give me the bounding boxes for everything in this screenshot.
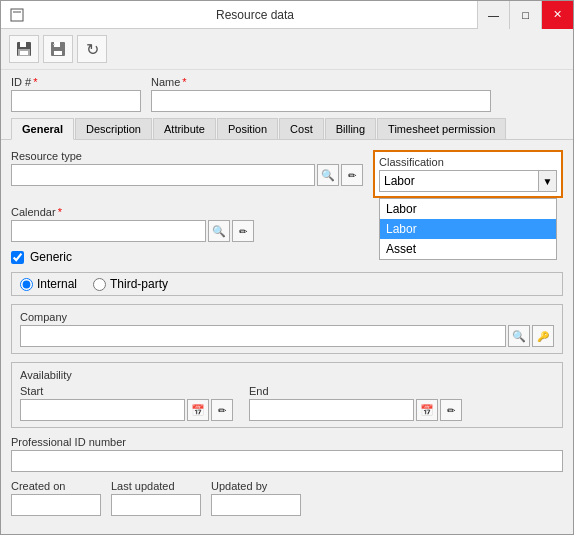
edit-icon-2: ✏: [239, 226, 247, 237]
classification-input[interactable]: [379, 170, 539, 192]
save-button[interactable]: [9, 35, 39, 63]
end-date-input[interactable]: [249, 399, 414, 421]
prof-id-input[interactable]: [11, 450, 563, 472]
calendar-edit-button[interactable]: ✏: [232, 220, 254, 242]
internal-radio-row: Internal: [20, 277, 77, 291]
resource-type-search-button[interactable]: 🔍: [317, 164, 339, 186]
tab-description[interactable]: Description: [75, 118, 152, 139]
save-as-icon: [49, 40, 67, 58]
third-party-label: Third-party: [110, 277, 168, 291]
start-date-input[interactable]: [20, 399, 185, 421]
end-edit-button[interactable]: ✏: [440, 399, 462, 421]
key-icon: 🔑: [537, 331, 549, 342]
start-date-field: Start 📅 ✏: [20, 385, 233, 421]
start-edit-icon: ✏: [218, 405, 226, 416]
last-updated-input[interactable]: [111, 494, 201, 516]
calendar-input[interactable]: [11, 220, 206, 242]
company-input[interactable]: [20, 325, 506, 347]
svg-rect-10: [53, 44, 55, 45]
main-content: Resource type 🔍 ✏ Classification ▼: [1, 140, 573, 534]
save-icon: [15, 40, 33, 58]
classification-label: Classification: [379, 156, 557, 168]
prof-id-label: Professional ID number: [11, 436, 563, 448]
last-updated-field: Last updated: [111, 480, 201, 516]
calendar-required-star: *: [58, 206, 62, 218]
id-input[interactable]: [11, 90, 141, 112]
tab-position[interactable]: Position: [217, 118, 278, 139]
toolbar: ↻: [1, 29, 573, 70]
name-input[interactable]: [151, 90, 491, 112]
tab-general[interactable]: General: [11, 118, 74, 140]
classification-arrow-button[interactable]: ▼: [539, 170, 557, 192]
radio-group: Internal Third-party: [11, 272, 563, 296]
search-icon: 🔍: [321, 169, 335, 182]
bottom-row: Created on Last updated Updated by: [11, 480, 563, 516]
classification-option-labor[interactable]: Labor: [380, 199, 556, 219]
date-row: Start 📅 ✏ End: [20, 385, 554, 421]
availability-group: Availability Start 📅 ✏ End: [11, 362, 563, 428]
third-party-radio-row: Third-party: [93, 277, 168, 291]
name-field-group: Name *: [151, 76, 491, 112]
app-icon: [10, 8, 24, 22]
created-on-input[interactable]: [11, 494, 101, 516]
end-label: End: [249, 385, 462, 397]
main-window: Resource data — □ ✕ ↻: [0, 0, 574, 535]
company-input-row: 🔍 🔑: [20, 325, 554, 347]
tab-cost[interactable]: Cost: [279, 118, 324, 139]
classification-option-asset[interactable]: Asset: [380, 239, 556, 259]
internal-radio[interactable]: [20, 278, 33, 291]
prof-id-group: Professional ID number: [11, 436, 563, 472]
generic-label: Generic: [30, 250, 72, 264]
svg-rect-3: [20, 42, 26, 47]
start-calendar-button[interactable]: 📅: [187, 399, 209, 421]
tabs-bar: General Description Attribute Position C…: [1, 116, 573, 140]
save-as-button[interactable]: [43, 35, 73, 63]
window-title: Resource data: [33, 8, 477, 22]
name-required-star: *: [182, 76, 186, 88]
company-label: Company: [20, 311, 554, 323]
start-input-row: 📅 ✏: [20, 399, 233, 421]
resource-type-input[interactable]: [11, 164, 315, 186]
id-label: ID # *: [11, 76, 141, 88]
tab-attribute[interactable]: Attribute: [153, 118, 216, 139]
end-date-field: End 📅 ✏: [249, 385, 462, 421]
svg-rect-9: [54, 51, 62, 55]
edit-icon: ✏: [348, 170, 356, 181]
calendar-icon: 📅: [191, 404, 205, 417]
calendar-icon-2: 📅: [420, 404, 434, 417]
refresh-icon: ↻: [86, 40, 99, 59]
search-icon-3: 🔍: [512, 330, 526, 343]
maximize-button[interactable]: □: [509, 1, 541, 29]
tab-billing[interactable]: Billing: [325, 118, 376, 139]
classification-dropdown: Labor Labor Asset: [379, 198, 557, 260]
start-edit-button[interactable]: ✏: [211, 399, 233, 421]
classification-select-row: ▼: [379, 170, 557, 192]
window-controls: — □ ✕: [477, 1, 573, 29]
company-key-button[interactable]: 🔑: [532, 325, 554, 347]
name-label: Name *: [151, 76, 491, 88]
end-calendar-button[interactable]: 📅: [416, 399, 438, 421]
search-icon-2: 🔍: [212, 225, 226, 238]
generic-checkbox[interactable]: [11, 251, 24, 264]
tab-timesheet-permission[interactable]: Timesheet permission: [377, 118, 506, 139]
end-input-row: 📅 ✏: [249, 399, 462, 421]
id-field-group: ID # *: [11, 76, 141, 112]
internal-label: Internal: [37, 277, 77, 291]
resource-type-edit-button[interactable]: ✏: [341, 164, 363, 186]
calendar-search-button[interactable]: 🔍: [208, 220, 230, 242]
resource-type-input-row: 🔍 ✏: [11, 164, 363, 186]
classification-option-labor-selected[interactable]: Labor: [380, 219, 556, 239]
availability-label: Availability: [20, 369, 554, 381]
updated-by-field: Updated by: [211, 480, 301, 516]
refresh-button[interactable]: ↻: [77, 35, 107, 63]
start-label: Start: [20, 385, 233, 397]
updated-by-label: Updated by: [211, 480, 301, 492]
classification-wrapper: Classification ▼ Labor Labor Asset: [373, 150, 563, 198]
title-bar: Resource data — □ ✕: [1, 1, 573, 29]
resource-type-label: Resource type: [11, 150, 363, 162]
minimize-button[interactable]: —: [477, 1, 509, 29]
third-party-radio[interactable]: [93, 278, 106, 291]
company-search-button[interactable]: 🔍: [508, 325, 530, 347]
updated-by-input[interactable]: [211, 494, 301, 516]
close-button[interactable]: ✕: [541, 1, 573, 29]
